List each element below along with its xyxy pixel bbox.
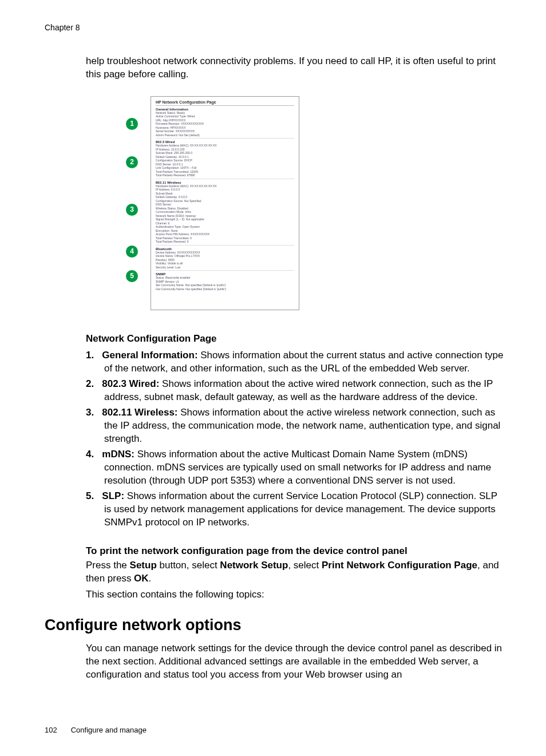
pp-bold: OK: [134, 573, 149, 584]
pp-bold: Network Setup: [220, 560, 288, 571]
callout-5-badge: 5: [126, 270, 138, 282]
print-heading: To print the network configuration page …: [86, 545, 505, 557]
config-section-wired: 802.3 Wired Hardware Address (MAC): XX:X…: [156, 140, 294, 179]
def-desc: Shows information about the active Multi…: [104, 449, 491, 486]
main-content: help troubleshoot network connectivity p…: [86, 55, 505, 601]
def-term: 802.3 Wired:: [102, 378, 159, 389]
configure-paragraph: You can manage network settings for the …: [86, 642, 505, 682]
def-term: mDNS:: [102, 449, 134, 460]
page-number: 102: [45, 726, 57, 734]
config-line: Security Level: Low: [156, 266, 294, 270]
configure-block: You can manage network settings for the …: [86, 642, 505, 682]
config-section-wireless: 802.11 Wireless Hardware Address (MAC): …: [156, 181, 294, 246]
definition-item-5: 5. SLP: Shows information about the curr…: [86, 490, 505, 529]
config-line: Total Packets Received: 67890: [156, 173, 294, 177]
def-number: 2.: [86, 378, 94, 389]
definition-item-3: 3. 802.11 Wireless: Shows information ab…: [86, 406, 505, 446]
def-number: 3.: [86, 407, 94, 418]
pp-text: .: [149, 573, 152, 584]
topics-note: This section contains the following topi…: [86, 588, 505, 601]
chapter-header: Chapter 8: [45, 23, 512, 32]
config-line: Total Packets Received: 0: [156, 240, 294, 244]
config-section-bluetooth: Bluetooth Device Address: XXXXXXXXXXXX D…: [156, 247, 294, 271]
config-page-title: HP Network Configuration Page: [156, 100, 294, 106]
h2-configure-network: Configure network options: [45, 616, 512, 634]
def-desc: Shows information about the current Serv…: [104, 490, 497, 528]
config-page-preview: HP Network Configuration Page General In…: [151, 96, 299, 311]
definition-item-2: 2. 802.3 Wired: Shows information about …: [86, 378, 505, 404]
pp-text: , select: [288, 560, 322, 571]
definition-list: 1. General Information: Shows informatio…: [86, 349, 505, 529]
def-desc: Shows information about the active wired…: [104, 378, 493, 402]
section-title: Network Configuration Page: [86, 333, 505, 345]
pp-bold: Setup: [130, 560, 157, 571]
config-section-general: General Information Network Status: Read…: [156, 108, 294, 139]
configuration-page-figure: 1 2 3 4 5 HP Network Configuration Page …: [126, 96, 505, 311]
print-paragraph: Press the Setup button, select Network S…: [86, 559, 505, 585]
callout-2-badge: 2: [126, 156, 138, 168]
def-term: 802.11 Wireless:: [102, 407, 177, 418]
pp-text: button, select: [157, 560, 220, 571]
definition-item-1: 1. General Information: Shows informatio…: [86, 349, 505, 375]
pp-text: Press the: [86, 560, 130, 571]
def-number: 4.: [86, 449, 94, 460]
pp-bold: Print Network Configuration Page: [322, 560, 477, 571]
callout-column: 1 2 3 4 5: [126, 96, 138, 311]
intro-paragraph: help troubleshoot network connectivity p…: [86, 55, 505, 81]
config-section-snmp: SNMP Status: Read-write enabled SNMP Ver…: [156, 272, 294, 292]
page-footer: 102 Configure and manage: [45, 726, 147, 734]
def-number: 1.: [86, 350, 94, 361]
footer-title: Configure and manage: [71, 726, 147, 734]
callout-4-badge: 4: [126, 246, 138, 258]
callout-3-badge: 3: [126, 204, 138, 216]
config-line: Admin Password: Not Set (default): [156, 133, 294, 137]
config-line: Get Community Name: Not specified (Defau…: [156, 287, 294, 291]
def-term: General Information:: [102, 350, 197, 361]
definition-item-4: 4. mDNS: Shows information about the act…: [86, 448, 505, 488]
def-term: SLP:: [102, 490, 124, 501]
def-number: 5.: [86, 490, 94, 501]
callout-1-badge: 1: [126, 118, 138, 130]
